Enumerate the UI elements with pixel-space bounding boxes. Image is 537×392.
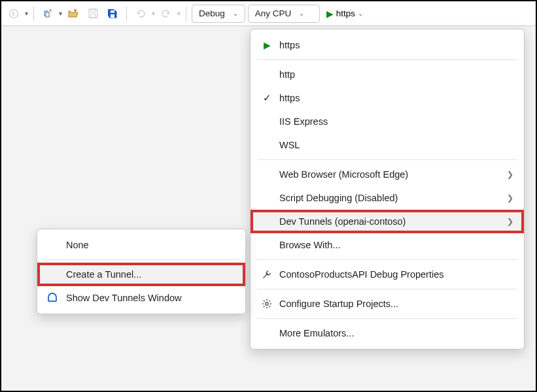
dropdown-separator <box>257 318 517 319</box>
svg-rect-6 <box>111 14 114 18</box>
dropdown-separator <box>257 59 517 60</box>
menu-label: Dev Tunnels (openai-contoso) <box>279 216 406 227</box>
menu-label: https <box>279 93 300 103</box>
menu-item-dev-tunnels[interactable]: Dev Tunnels (openai-contoso) ❯ <box>251 210 524 233</box>
menu-label: Configure Startup Projects... <box>279 299 398 309</box>
platform-combo[interactable]: Any CPU ⌄ <box>248 5 320 23</box>
main-toolbar: ▾ ▾ ▾ ▾ Debug ⌄ <box>1 1 536 26</box>
menu-item-iis-express[interactable]: IIS Express <box>251 110 524 133</box>
undo-button <box>132 5 149 22</box>
svg-rect-2 <box>46 12 49 17</box>
menu-item-debug-properties[interactable]: ContosoProductsAPI Debug Properties <box>251 263 524 286</box>
menu-label: http <box>279 69 295 80</box>
menu-label: Browse With... <box>279 240 340 250</box>
menu-label: Script Debugging (Disabled) <box>279 193 398 203</box>
save-all-button[interactable] <box>104 5 121 22</box>
menu-item-web-browser[interactable]: Web Browser (Microsoft Edge) ❯ <box>251 163 524 186</box>
run-target-dropdown: ▶ https http ✓ https IIS Express WSL Web… <box>250 29 525 350</box>
chevron-down-icon: ⌄ <box>358 10 363 17</box>
menu-label: ContosoProductsAPI Debug Properties <box>279 269 443 280</box>
new-item-button[interactable] <box>39 5 56 22</box>
configuration-label: Debug <box>199 8 225 18</box>
menu-item-https[interactable]: ✓ https <box>251 86 524 110</box>
menu-item-browse-with[interactable]: Browse With... <box>251 233 524 257</box>
svg-point-7 <box>266 302 268 305</box>
redo-chevron-icon: ▾ <box>177 10 181 17</box>
wrench-icon <box>260 269 274 280</box>
chevron-right-icon: ❯ <box>507 217 513 226</box>
svg-rect-4 <box>91 14 95 18</box>
gear-icon <box>260 299 274 309</box>
submenu-separator <box>44 259 239 260</box>
menu-item-configure-startup[interactable]: Configure Startup Projects... <box>251 292 524 316</box>
chevron-right-icon: ❯ <box>507 193 513 203</box>
check-icon: ✓ <box>260 93 274 103</box>
menu-label: More Emulators... <box>279 328 354 338</box>
run-label: https <box>336 8 355 18</box>
dropdown-separator <box>257 289 517 289</box>
play-icon: ▶ <box>326 8 334 19</box>
menu-item-wsl[interactable]: WSL <box>251 133 524 157</box>
menu-label: https <box>279 40 300 50</box>
undo-chevron-icon: ▾ <box>152 10 155 17</box>
menu-label: Create a Tunnel... <box>66 269 141 280</box>
open-button[interactable] <box>65 5 82 22</box>
menu-label: Web Browser (Microsoft Edge) <box>279 169 408 180</box>
run-button[interactable]: ▶ https ⌄ <box>322 5 367 23</box>
submenu-item-show-window[interactable]: Show Dev Tunnels Window <box>37 286 245 310</box>
svg-rect-5 <box>111 10 114 13</box>
redo-button <box>158 5 175 22</box>
menu-item-http[interactable]: http <box>251 63 524 86</box>
dropdown-separator <box>257 259 517 260</box>
save-button <box>84 5 101 22</box>
menu-label: IIS Express <box>279 116 328 127</box>
chevron-right-icon: ❯ <box>507 170 513 179</box>
dropdown-separator <box>257 159 517 160</box>
svg-point-0 <box>10 9 18 18</box>
dev-tunnels-submenu: None Create a Tunnel... Show Dev Tunnels… <box>37 229 246 314</box>
menu-label: None <box>66 240 89 250</box>
submenu-item-create-tunnel[interactable]: Create a Tunnel... <box>37 263 245 286</box>
menu-label: WSL <box>279 140 300 150</box>
tunnel-icon <box>45 292 60 304</box>
menu-item-script-debugging[interactable]: Script Debugging (Disabled) ❯ <box>251 186 524 210</box>
menu-label: Show Dev Tunnels Window <box>66 293 182 303</box>
toolbar-separator <box>126 7 127 21</box>
new-item-chevron-icon: ▾ <box>59 10 62 17</box>
configuration-combo[interactable]: Debug ⌄ <box>192 5 245 23</box>
content-area: ▶ https http ✓ https IIS Express WSL Web… <box>1 26 536 392</box>
platform-label: Any CPU <box>255 8 292 18</box>
menu-item-https-run[interactable]: ▶ https <box>251 33 524 57</box>
menu-item-more-emulators[interactable]: More Emulators... <box>251 321 524 345</box>
nav-back-button <box>5 5 22 22</box>
toolbar-separator <box>186 7 186 21</box>
nav-back-chevron-icon: ▾ <box>25 10 28 17</box>
toolbar-separator <box>33 7 34 21</box>
submenu-item-none[interactable]: None <box>37 233 245 257</box>
chevron-down-icon: ⌄ <box>299 10 304 17</box>
play-icon: ▶ <box>260 40 274 50</box>
chevron-down-icon: ⌄ <box>233 10 238 17</box>
